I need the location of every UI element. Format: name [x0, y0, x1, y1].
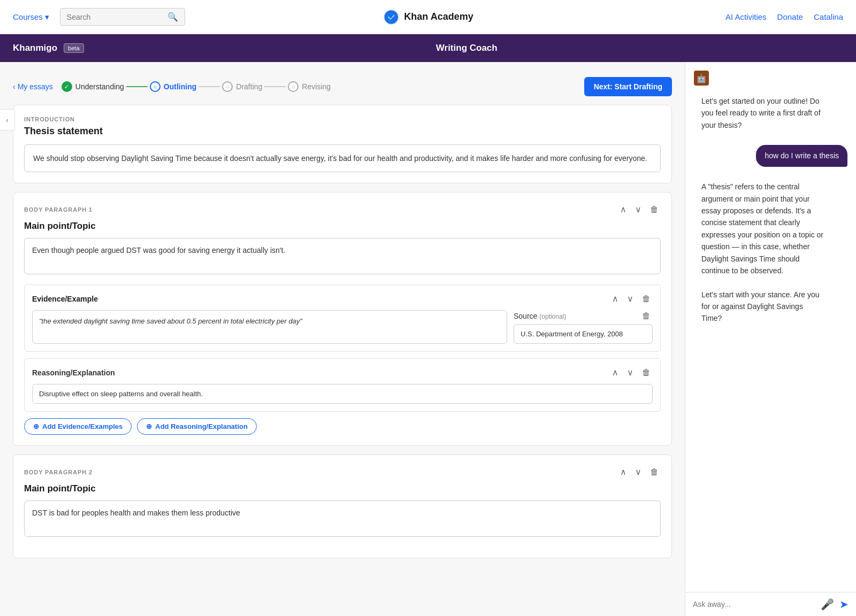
source-label-text: Source — [514, 312, 537, 320]
step-outlining: ○ Outlining — [150, 81, 196, 92]
evidence-quote-text[interactable]: "the extended daylight saving time saved… — [32, 310, 507, 344]
evidence-delete-button[interactable]: 🗑 — [640, 293, 653, 305]
reasoning-title: Reasoning/Explanation — [32, 368, 115, 377]
source-delete-button[interactable]: 🗑 — [640, 310, 653, 322]
step-line-2 — [198, 86, 220, 87]
outlining-icon: ○ — [150, 81, 160, 92]
bp2-up-button[interactable]: ∧ — [618, 466, 629, 478]
evidence-up-button[interactable]: ∧ — [610, 292, 621, 305]
bp1-title: Main point/Topic — [24, 221, 661, 232]
reasoning-block: Reasoning/Explanation ∧ ∨ 🗑 Disruptive e… — [24, 358, 661, 412]
body-paragraph-2-card: BODY PARAGRAPH 2 ∧ ∨ 🗑 Main point/Topic … — [13, 455, 672, 558]
drafting-label: Drafting — [236, 82, 262, 91]
bp1-header: BODY PARAGRAPH 1 ∧ ∨ 🗑 — [24, 203, 661, 215]
bp1-delete-button[interactable]: 🗑 — [648, 204, 661, 215]
reasoning-input[interactable]: Disruptive effect on sleep patterns and … — [32, 384, 653, 404]
evidence-title: Evidence/Example — [32, 295, 98, 303]
introduction-card: INTRODUCTION Thesis statement We should … — [13, 105, 672, 183]
bp2-down-button[interactable]: ∨ — [633, 466, 644, 478]
chat-message-3: A "thesis" refers to the central argumen… — [694, 174, 847, 331]
chat-input-area: 🎤 ➤ — [685, 592, 856, 616]
chat-messages: 🤖 Let's get started on your outline! Do … — [685, 62, 856, 592]
chevron-left-icon: ‹ — [6, 116, 8, 124]
bot-text-2: A "thesis" refers to the central argumen… — [694, 174, 832, 331]
courses-label: Courses — [13, 12, 43, 21]
bp2-controls: ∧ ∨ 🗑 — [618, 466, 661, 478]
add-reasoning-label: Add Reasoning/Explanation — [155, 422, 248, 430]
back-to-essays[interactable]: ‹ My essays — [13, 82, 53, 91]
progress-nav: ‹ My essays ✓ Understanding ○ Outlining — [13, 71, 672, 105]
bp2-main-point-input[interactable]: DST is bad for peoples health and makes … — [24, 500, 661, 537]
ai-activities-link[interactable]: AI Activities — [725, 12, 767, 21]
revising-icon: ○ — [288, 81, 299, 92]
understanding-label: Understanding — [75, 82, 124, 91]
logo-text: Khan Academy — [404, 11, 473, 22]
reasoning-up-button[interactable]: ∧ — [610, 366, 621, 379]
add-evidence-button[interactable]: ⊕ Add Evidence/Examples — [24, 418, 132, 435]
next-start-drafting-button[interactable]: Next: Start Drafting — [584, 77, 672, 96]
source-optional: (optional) — [539, 313, 566, 320]
bp2-label: BODY PARAGRAPH 2 — [24, 469, 93, 475]
bp2-delete-button[interactable]: 🗑 — [648, 466, 661, 478]
reasoning-header: Reasoning/Explanation ∧ ∨ 🗑 — [32, 366, 653, 379]
search-icon: 🔍 — [167, 12, 178, 22]
bp1-main-point-input[interactable]: Even though people argued DST was good f… — [24, 238, 661, 274]
intro-section-title: Thesis statement — [24, 126, 661, 137]
search-box[interactable]: 🔍 — [60, 8, 185, 26]
mic-button[interactable]: 🎤 — [821, 598, 834, 611]
user-link[interactable]: Catalina — [814, 12, 843, 21]
step-line-3 — [264, 86, 286, 87]
reasoning-down-button[interactable]: ∨ — [625, 366, 636, 379]
bp1-down-button[interactable]: ∨ — [633, 203, 644, 215]
bp2-header: BODY PARAGRAPH 2 ∧ ∨ 🗑 — [24, 466, 661, 478]
step-understanding: ✓ Understanding — [62, 81, 124, 92]
user-msg-wrapper: how do I write a thesis — [694, 145, 847, 167]
chevron-left-icon: ‹ — [13, 82, 16, 91]
donate-link[interactable]: Donate — [777, 12, 803, 21]
source-block: Source (optional) 🗑 U.S. Department of E… — [514, 310, 653, 344]
outlining-label: Outlining — [164, 82, 196, 91]
bp1-controls: ∧ ∨ 🗑 — [618, 203, 661, 215]
source-label: Source (optional) — [514, 312, 566, 320]
bot-text-1: Let's get started on your outline! Do yo… — [694, 89, 832, 137]
bp2-title: Main point/Topic — [24, 483, 661, 494]
search-input[interactable] — [67, 13, 163, 21]
evidence-down-button[interactable]: ∨ — [625, 292, 636, 305]
back-label: My essays — [18, 82, 53, 91]
thesis-text[interactable]: We should stop observing Daylight Saving… — [24, 144, 661, 172]
source-header: Source (optional) 🗑 — [514, 310, 653, 322]
chat-input-icons: 🎤 ➤ — [821, 598, 849, 611]
body-paragraph-1-card: BODY PARAGRAPH 1 ∧ ∨ 🗑 Main point/Topic … — [13, 192, 672, 446]
evidence-header: Evidence/Example ∧ ∨ 🗑 — [32, 292, 653, 305]
chevron-down-icon: ▾ — [45, 12, 49, 22]
main-layout: ‹ ‹ My essays ✓ Understanding ○ Outlinin… — [0, 62, 856, 616]
khanmigo-header: Khanmigo beta Writing Coach — [0, 34, 856, 62]
courses-button[interactable]: Courses ▾ — [13, 12, 49, 22]
navbar-logo: K Khan Academy — [383, 9, 473, 26]
evidence-inputs: "the extended daylight saving time saved… — [32, 310, 653, 344]
send-button[interactable]: ➤ — [839, 598, 849, 611]
khanmigo-brand: Khanmigo — [13, 43, 57, 53]
beta-badge: beta — [64, 43, 83, 53]
drafting-icon: ○ — [222, 81, 233, 92]
add-buttons-1: ⊕ Add Evidence/Examples ⊕ Add Reasoning/… — [24, 418, 661, 435]
chat-input[interactable] — [693, 600, 816, 609]
reasoning-delete-button[interactable]: 🗑 — [640, 367, 653, 379]
intro-section-label: INTRODUCTION — [24, 116, 661, 122]
left-panel: ‹ My essays ✓ Understanding ○ Outlining — [0, 62, 685, 616]
plus-icon: ⊕ — [33, 422, 39, 430]
plus-icon-2: ⊕ — [146, 422, 152, 430]
khan-academy-logo-icon: K — [383, 9, 400, 26]
writing-coach-title: Writing Coach — [90, 43, 843, 53]
step-revising: ○ Revising — [288, 81, 331, 92]
bp1-up-button[interactable]: ∧ — [618, 203, 629, 215]
understanding-check-icon: ✓ — [62, 81, 72, 92]
user-text-1: how do I write a thesis — [756, 145, 847, 167]
right-panel: 🤖 Let's get started on your outline! Do … — [685, 62, 856, 616]
navbar: Courses ▾ 🔍 K Khan Academy AI Activities… — [0, 0, 856, 34]
sidebar-toggle[interactable]: ‹ — [0, 109, 15, 130]
add-evidence-label: Add Evidence/Examples — [42, 422, 123, 430]
source-input[interactable]: U.S. Department of Energy, 2008 — [514, 324, 653, 344]
step-drafting: ○ Drafting — [222, 81, 262, 92]
add-reasoning-button[interactable]: ⊕ Add Reasoning/Explanation — [137, 418, 257, 435]
